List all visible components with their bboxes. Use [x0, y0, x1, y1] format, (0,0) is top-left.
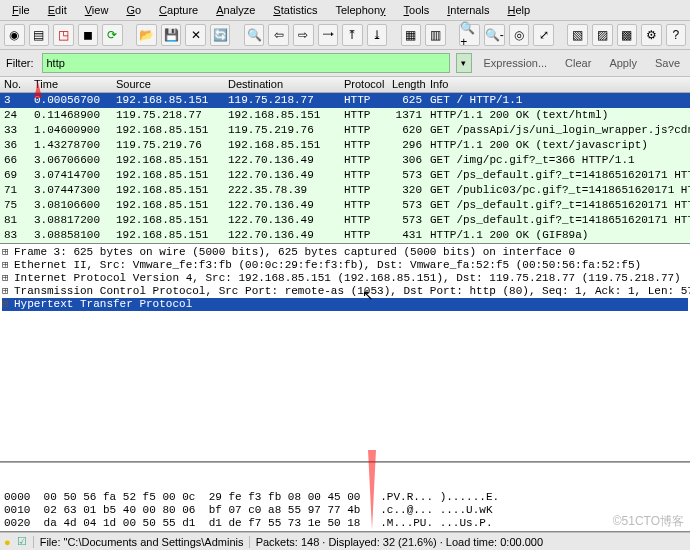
packet-row[interactable]: 813.08817200192.168.85.151122.70.136.49H… [0, 213, 690, 228]
col-src[interactable]: Source [112, 77, 224, 92]
interfaces-icon[interactable]: ◉ [4, 24, 25, 46]
status-packets: Packets: 148 · Displayed: 32 (21.6%) · L… [249, 536, 686, 548]
find-icon[interactable]: 🔍 [244, 24, 265, 46]
restart-capture-icon[interactable]: ⟳ [102, 24, 123, 46]
packet-details-pane[interactable]: ⊞Frame 3: 625 bytes on wire (5000 bits),… [0, 244, 690, 462]
status-bar: ● ☑ File: "C:\Documents and Settings\Adm… [0, 532, 690, 550]
packet-row[interactable]: 753.08106600192.168.85.151122.70.136.49H… [0, 198, 690, 213]
filter-label: Filter: [4, 57, 36, 69]
packet-list-pane: No. Time Source Destination Protocol Len… [0, 77, 690, 244]
hex-line[interactable]: 0020 da 4d 04 1d 00 50 55 d1 d1 de f7 55… [4, 517, 686, 530]
detail-line[interactable]: ⊞Ethernet II, Src: Vmware_fe:f3:fb (00:0… [2, 259, 688, 272]
close-icon[interactable]: ✕ [185, 24, 206, 46]
menu-go[interactable]: Go [118, 2, 149, 18]
autoscroll-icon[interactable]: ▥ [425, 24, 446, 46]
status-record-icon[interactable]: ● [4, 536, 11, 548]
gotop-icon[interactable]: ⤒ [342, 24, 363, 46]
colorize-icon[interactable]: ▦ [401, 24, 422, 46]
help-icon[interactable]: ? [666, 24, 687, 46]
menu-statistics[interactable]: Statistics [265, 2, 325, 18]
detail-line[interactable]: ⊞Transmission Control Protocol, Src Port… [2, 285, 688, 298]
col-info[interactable]: Info [426, 77, 690, 92]
packet-row[interactable]: 663.06706600192.168.85.151122.70.136.49H… [0, 153, 690, 168]
col-len[interactable]: Length [388, 77, 426, 92]
forward-icon[interactable]: ⇨ [293, 24, 314, 46]
coloring-icon[interactable]: ▩ [617, 24, 638, 46]
detail-line[interactable]: ⊞Hypertext Transfer Protocol [2, 298, 688, 311]
back-icon[interactable]: ⇦ [268, 24, 289, 46]
menu-analyze[interactable]: Analyze [208, 2, 263, 18]
dispfilter-icon[interactable]: ▨ [592, 24, 613, 46]
col-no[interactable]: No. [0, 77, 30, 92]
filter-bar: Filter: ▾ Expression... Clear Apply Save [0, 50, 690, 77]
menu-bar: FFileile Edit View Go Capture Analyze St… [0, 0, 690, 21]
menu-edit[interactable]: Edit [40, 2, 75, 18]
packet-bytes-pane[interactable]: 0000 00 50 56 fa 52 f5 00 0c 29 fe f3 fb… [0, 462, 690, 532]
packet-row[interactable]: 361.43278700119.75.219.76192.168.85.151H… [0, 138, 690, 153]
col-time[interactable]: Time [30, 77, 112, 92]
hex-line[interactable]: 0000 00 50 56 fa 52 f5 00 0c 29 fe f3 fb… [4, 491, 686, 504]
menu-capture[interactable]: Capture [151, 2, 206, 18]
menu-file[interactable]: FFileile [4, 2, 38, 18]
stop-capture-icon[interactable]: ◼ [78, 24, 99, 46]
open-icon[interactable]: 📂 [136, 24, 157, 46]
prefs-icon[interactable]: ⚙ [641, 24, 662, 46]
status-expert-icon[interactable]: ☑ [17, 535, 27, 548]
menu-tools[interactable]: Tools [396, 2, 438, 18]
expression-button[interactable]: Expression... [478, 55, 554, 71]
menu-telephony[interactable]: Telephony [327, 2, 393, 18]
capfilter-icon[interactable]: ▧ [567, 24, 588, 46]
start-capture-icon[interactable]: ◳ [53, 24, 74, 46]
col-dst[interactable]: Destination [224, 77, 340, 92]
save-button[interactable]: Save [649, 55, 686, 71]
hex-line[interactable]: 0010 02 63 01 b5 40 00 80 06 bf 07 c0 a8… [4, 504, 686, 517]
options-icon[interactable]: ▤ [29, 24, 50, 46]
expand-icon[interactable]: ⊞ [2, 259, 14, 272]
annotation-arrow-bottom [368, 450, 376, 530]
gobot-icon[interactable]: ⤓ [367, 24, 388, 46]
main-toolbar: ◉ ▤ ◳ ◼ ⟳ 📂 💾 ✕ 🔄 🔍 ⇦ ⇨ ⭢ ⤒ ⤓ ▦ ▥ 🔍+ 🔍- … [0, 21, 690, 50]
apply-button[interactable]: Apply [603, 55, 643, 71]
packet-row[interactable]: 713.07447300192.168.85.151222.35.78.39HT… [0, 183, 690, 198]
annotation-arrow-top [34, 82, 42, 98]
filter-dropdown-icon[interactable]: ▾ [456, 53, 472, 73]
reload-icon[interactable]: 🔄 [210, 24, 231, 46]
expand-icon[interactable]: ⊞ [2, 246, 14, 259]
packet-row[interactable]: 240.11468900119.75.218.77192.168.85.151H… [0, 108, 690, 123]
menu-view[interactable]: View [77, 2, 117, 18]
expand-icon[interactable]: ⊞ [2, 298, 14, 311]
detail-line[interactable]: ⊞Internet Protocol Version 4, Src: 192.1… [2, 272, 688, 285]
menu-help[interactable]: Help [499, 2, 538, 18]
detail-line[interactable]: ⊞Frame 3: 625 bytes on wire (5000 bits),… [2, 246, 688, 259]
zoomin-icon[interactable]: 🔍+ [459, 24, 480, 46]
filter-input[interactable] [42, 53, 450, 73]
packet-row[interactable]: 331.04600900192.168.85.151119.75.219.76H… [0, 123, 690, 138]
watermark-text: ©51CTO博客 [613, 513, 684, 530]
resize-cols-icon[interactable]: ⤢ [533, 24, 554, 46]
packet-row[interactable]: 693.07414700192.168.85.151122.70.136.49H… [0, 168, 690, 183]
expand-icon[interactable]: ⊞ [2, 285, 14, 298]
packet-row[interactable]: 833.08858100192.168.85.151122.70.136.49H… [0, 228, 690, 243]
clear-button[interactable]: Clear [559, 55, 597, 71]
expand-icon[interactable]: ⊞ [2, 272, 14, 285]
col-proto[interactable]: Protocol [340, 77, 388, 92]
packet-row[interactable]: 30.00056700192.168.85.151119.75.218.77HT… [0, 93, 690, 108]
menu-internals[interactable]: Internals [439, 2, 497, 18]
zoomout-icon[interactable]: 🔍- [484, 24, 505, 46]
status-file: File: "C:\Documents and Settings\Adminis… [33, 536, 243, 548]
save-icon[interactable]: 💾 [161, 24, 182, 46]
packet-list-header: No. Time Source Destination Protocol Len… [0, 77, 690, 93]
goto-icon[interactable]: ⭢ [318, 24, 339, 46]
zoom100-icon[interactable]: ◎ [509, 24, 530, 46]
